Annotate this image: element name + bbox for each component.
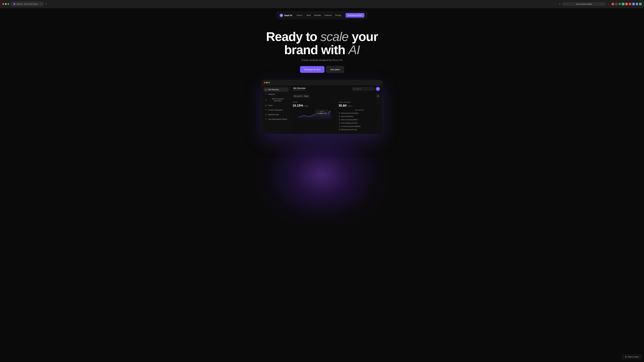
keyword-label-5: e-commerce payment gateway bbox=[341, 126, 361, 127]
nav-logo: SaaS AI bbox=[280, 14, 292, 17]
hero-plans-button[interactable]: See plans bbox=[326, 66, 344, 73]
nav-links: Home ▾ Work Benefits Features Pricing bbox=[297, 14, 341, 16]
extension-icon-9[interactable]: G bbox=[639, 3, 642, 5]
header-actions: Search bbox=[352, 87, 380, 91]
search-icon bbox=[354, 88, 355, 90]
browser-chrome: SaaS AI – Free Framer Templ... ✕ + ‹ › ↻… bbox=[0, 0, 644, 8]
traffic-light-red[interactable] bbox=[2, 3, 4, 5]
hero-subtitle: Framer template designed by Prince Pal bbox=[0, 59, 644, 61]
extension-icon-7[interactable]: N bbox=[632, 3, 635, 5]
window-tl-yellow bbox=[266, 82, 268, 83]
framer-badge[interactable]: ⚡ Made in Framer bbox=[622, 355, 641, 359]
address-bar[interactable]: saas-ai.framer.website bbox=[562, 2, 606, 5]
extension-icon-4[interactable]: ✓ bbox=[622, 3, 624, 5]
traffic-light-yellow[interactable] bbox=[5, 3, 6, 5]
visibility-info-icon[interactable]: ⓘ bbox=[333, 101, 334, 103]
organic-keywords-change: -2.5% bbox=[348, 105, 352, 107]
chart-icon bbox=[265, 93, 267, 95]
bookmark-button[interactable]: ☆ bbox=[607, 2, 610, 6]
new-tab-button[interactable]: + bbox=[44, 2, 48, 6]
tab-favicon bbox=[13, 3, 16, 5]
tooltip-dot bbox=[317, 113, 318, 114]
svg-rect-18 bbox=[294, 96, 296, 97]
nav-container: SaaS AI Home ▾ Work Benefits Features Pr… bbox=[276, 11, 368, 19]
wand-icon bbox=[265, 118, 267, 120]
extension-icon-5[interactable]: ✒ bbox=[625, 3, 628, 5]
keyword-row-6: ⊙ B2B payment processing ··· bbox=[338, 128, 380, 131]
dashboard-container: Site Overview Analytics bbox=[0, 80, 644, 134]
svg-point-13 bbox=[265, 110, 265, 110]
sidebar-item-content-evaluation[interactable]: Content Evaluation bbox=[264, 108, 289, 112]
logo-text: SaaS AI bbox=[284, 14, 292, 16]
nav-cta-button[interactable]: Purchase for $12 bbox=[346, 13, 364, 17]
sidebar-label-goals: Goals bbox=[268, 104, 272, 106]
nav-link-benefits[interactable]: Benefits bbox=[314, 14, 321, 16]
window-content: Site Overview Analytics bbox=[262, 85, 382, 134]
dashboard-header: Site Overview www.website.com ↗ Search bbox=[290, 85, 382, 93]
extension-icon-1[interactable]: 🦊 bbox=[612, 3, 614, 5]
sidebar-label-smart-keyword: Smart Keyword Generator bbox=[268, 98, 287, 102]
svg-point-14 bbox=[265, 110, 265, 111]
stats-grid: Visibility ⓘ 10.15% +5.6% bbox=[290, 99, 382, 134]
hero-title: Ready to scale your brand with AI bbox=[0, 30, 644, 57]
visibility-chart-svg bbox=[292, 108, 334, 120]
dashboard-main: Site Overview www.website.com ↗ Search bbox=[290, 85, 382, 134]
traffic-light-green[interactable] bbox=[8, 3, 9, 5]
link-icon bbox=[265, 114, 267, 116]
target-icon bbox=[265, 104, 267, 106]
hero-buttons: Purchase for $12 See plans bbox=[0, 66, 644, 73]
sidebar-label-content-evaluation: Content Evaluation bbox=[268, 109, 282, 111]
svg-line-17 bbox=[355, 89, 355, 89]
extension-icon-6[interactable]: P bbox=[629, 3, 631, 5]
sidebar-item-backlink-audit[interactable]: Backlink Audit bbox=[264, 112, 289, 117]
tooltip-value: 9.8% bbox=[324, 113, 327, 114]
framer-icon: ⚡ bbox=[625, 356, 627, 358]
nav-link-work[interactable]: Work bbox=[306, 14, 311, 16]
nav-link-home[interactable]: Home ▾ bbox=[297, 14, 303, 16]
organic-keywords-info-icon[interactable]: ⓘ bbox=[379, 101, 380, 103]
top-keywords-title: Top Keywords bbox=[338, 109, 380, 111]
sidebar-item-site-overview[interactable]: Site Overview bbox=[264, 87, 289, 92]
organic-keywords-label: Organic Keywords ⓘ bbox=[338, 101, 380, 103]
tab-close-button[interactable]: ✕ bbox=[40, 3, 41, 5]
tab-title: SaaS AI – Free Framer Templ... bbox=[16, 3, 39, 5]
sidebar-item-smart-keyword[interactable]: Smart Keyword Generator bbox=[264, 97, 289, 103]
settings-button[interactable]: ⚙ bbox=[376, 94, 380, 98]
back-button[interactable]: ‹ bbox=[552, 2, 554, 6]
visibility-value: 10.15% +5.6% bbox=[292, 104, 334, 107]
site-url: www.website.com ↗ bbox=[293, 89, 306, 91]
visibility-change: +5.6% bbox=[304, 105, 308, 107]
keyword-label-3: online transaction platform bbox=[341, 119, 358, 120]
search-bar[interactable]: Search bbox=[352, 87, 375, 91]
browser-tab-active[interactable]: SaaS AI – Free Framer Templ... ✕ bbox=[11, 2, 44, 6]
hero-purchase-button[interactable]: Purchase for $12 bbox=[300, 66, 324, 73]
svg-point-8 bbox=[266, 105, 266, 106]
nav-link-features[interactable]: Features bbox=[324, 14, 332, 16]
keyword-label-2: secure transactions bbox=[341, 116, 354, 117]
extension-icon-3[interactable]: 🧩 bbox=[618, 3, 621, 5]
svg-point-12 bbox=[265, 109, 265, 110]
nav-link-pricing[interactable]: Pricing bbox=[335, 14, 341, 16]
date-range-picker[interactable]: Jun 24 → Today bbox=[293, 94, 310, 98]
forward-button[interactable]: › bbox=[556, 2, 557, 6]
keyword-label-1: online payment processing bbox=[341, 112, 358, 114]
sidebar-item-link-optimization[interactable]: Link Optimization Wizard bbox=[264, 117, 289, 121]
extension-icon-8[interactable]: E bbox=[636, 3, 638, 5]
logo-icon bbox=[280, 14, 283, 17]
sparkle-icon bbox=[265, 99, 267, 101]
extension-icon-2[interactable]: ⬛ bbox=[615, 3, 618, 5]
search-placeholder: Search bbox=[356, 88, 361, 90]
window-traffic-lights bbox=[264, 82, 270, 83]
keyword-row-3: ⊙ online transaction platform ··· bbox=[338, 118, 380, 121]
keyword-label-4: online shopping payments bbox=[341, 122, 358, 124]
sidebar-label-site-overview: Site Overview bbox=[268, 89, 279, 91]
ai-avatar[interactable] bbox=[376, 87, 380, 91]
sidebar-item-goals[interactable]: Goals bbox=[264, 103, 289, 108]
sidebar-item-analytics[interactable]: Analytics bbox=[264, 92, 289, 96]
sidebar-label-link-optimization: Link Optimization Wizard bbox=[268, 118, 287, 120]
refresh-button[interactable]: ↻ bbox=[558, 2, 561, 6]
date-range-text: Jun 24 → Today bbox=[297, 95, 308, 97]
keyword-icon-4: ⊙ bbox=[338, 122, 340, 124]
list-icon bbox=[265, 109, 267, 111]
monitor-icon bbox=[265, 89, 267, 91]
